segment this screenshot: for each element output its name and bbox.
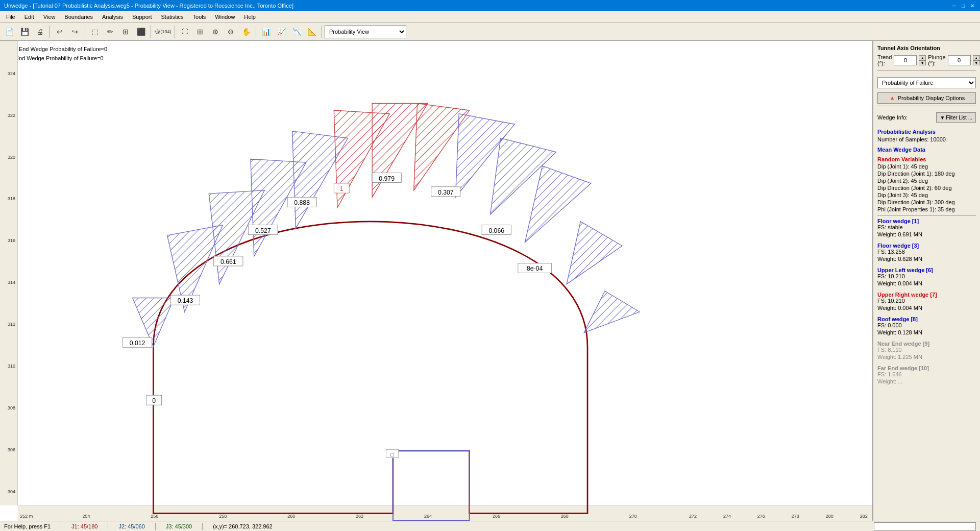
new-button[interactable]: 📄 bbox=[2, 25, 16, 39]
wedge-upper-left-6-name: Upper Left wedge [6] bbox=[877, 267, 976, 273]
divider-2 bbox=[877, 106, 976, 106]
menu-tools[interactable]: Tools bbox=[189, 13, 210, 21]
wedge-info-label: Wedge Info: bbox=[877, 114, 908, 120]
trend-input[interactable] bbox=[894, 55, 917, 65]
menu-window[interactable]: Window bbox=[211, 13, 239, 21]
grid-toggle-button[interactable]: ⊞ bbox=[193, 25, 207, 39]
wedge-far-end-10: Far End wedge [10] FS: 1.646 Weight: ... bbox=[877, 365, 976, 385]
label-0.066: 0.066 bbox=[488, 227, 504, 234]
label-0.661: 0.661 bbox=[220, 258, 236, 266]
trend-up[interactable]: ▲ bbox=[919, 55, 926, 60]
wedge-upper-left-6-weight: Weight: 0.004 MN bbox=[877, 280, 976, 286]
wedge-near-end-9-fs: FS: 8.110 bbox=[877, 347, 976, 353]
chart-button[interactable]: 📊 bbox=[259, 25, 273, 39]
menu-help[interactable]: Help bbox=[240, 13, 260, 21]
wedge-floor-1-name: Floor wedge [1] bbox=[877, 218, 976, 224]
view-dropdown[interactable]: Probability View bbox=[325, 25, 406, 38]
separator-1 bbox=[50, 26, 50, 38]
redo-button[interactable]: ↪ bbox=[68, 25, 82, 39]
samples-icon: 🎲 bbox=[154, 29, 160, 34]
label-1: 1 bbox=[340, 185, 344, 192]
restore-button[interactable]: □ bbox=[960, 2, 967, 9]
plunge-up[interactable]: ▲ bbox=[973, 55, 980, 60]
status-input[interactable] bbox=[874, 522, 976, 530]
label-0.143: 0.143 bbox=[178, 297, 193, 304]
wedge-roof-8-fs: FS: 0.000 bbox=[877, 322, 976, 328]
plunge-spinner: ▲ ▼ bbox=[973, 55, 980, 65]
menu-statistics[interactable]: Statistics bbox=[157, 13, 188, 21]
status-sep-3 bbox=[155, 523, 156, 530]
probability-dropdown[interactable]: Probability of Failure bbox=[877, 77, 976, 88]
menu-edit[interactable]: Edit bbox=[20, 13, 38, 21]
rv-3: Dip (Joint 2): 45 deg bbox=[877, 178, 976, 184]
separator-2 bbox=[85, 26, 85, 38]
label-8e-04: 8e-04 bbox=[527, 265, 543, 272]
rv-1: Dip (Joint 1): 45 deg bbox=[877, 163, 976, 170]
wedge-floor-3-name: Floor wedge [3] bbox=[877, 243, 976, 249]
y-tick-308: 308 bbox=[8, 405, 15, 411]
zoom-fit-button[interactable]: ⛶ bbox=[178, 25, 192, 39]
label-0.012: 0.012 bbox=[130, 340, 145, 347]
trend-label: Trend (°): bbox=[877, 54, 892, 66]
wedge-upper-right-7-name: Upper Right wedge [7] bbox=[877, 292, 976, 298]
wedge-upper-right-7: Upper Right wedge [7] FS: 10.210 Weight:… bbox=[877, 292, 976, 312]
status-bar: For Help, press F1 J1: 45/180 J2: 45/060… bbox=[0, 521, 980, 531]
status-sep-4 bbox=[202, 523, 203, 530]
filter-list-button[interactable]: ▼ Filter List ... bbox=[936, 112, 976, 123]
pan-button[interactable]: ✋ bbox=[239, 25, 253, 39]
rock-type-button[interactable]: ⬛ bbox=[134, 25, 148, 39]
separator-5 bbox=[256, 26, 256, 38]
j2-status: J2: 45/060 bbox=[118, 523, 144, 529]
wedge-info-header: Wedge Info: ▼ Filter List ... bbox=[877, 112, 976, 123]
undo-button[interactable]: ↩ bbox=[53, 25, 67, 39]
wedge-floor-1-fs: FS: stable bbox=[877, 224, 976, 230]
y-tick-312: 312 bbox=[8, 322, 15, 327]
plunge-label: Plunge (°): bbox=[928, 54, 945, 66]
wedge-upper-left-6-fs: FS: 10.210 bbox=[877, 273, 976, 279]
rv-6: Dip Direction (Joint 3): 300 deg bbox=[877, 199, 976, 205]
print-button[interactable]: 🖨 bbox=[33, 25, 47, 39]
draw-button[interactable]: ✏ bbox=[103, 25, 117, 39]
zoom-in-button[interactable]: ⊕ bbox=[208, 25, 223, 39]
wedge-upper-right-7-weight: Weight: 0.004 MN bbox=[877, 305, 976, 311]
minimize-button[interactable]: ─ bbox=[950, 2, 958, 9]
select-button[interactable]: ⬚ bbox=[88, 25, 102, 39]
canvas-area[interactable]: Near End Wedge Probability of Failure=0 … bbox=[0, 41, 873, 521]
menu-analysis[interactable]: Analysis bbox=[98, 13, 127, 21]
main-layout: Near End Wedge Probability of Failure=0 … bbox=[0, 41, 980, 521]
display-options-icon: 🔺 bbox=[889, 95, 896, 102]
wedge-floor-3-weight: Weight: 0.628 MN bbox=[877, 256, 976, 262]
close-button[interactable]: ✕ bbox=[969, 2, 976, 9]
label-bottom: □ bbox=[390, 451, 394, 457]
y-tick-316: 316 bbox=[8, 238, 15, 243]
zoom-window-button[interactable]: ⊞ bbox=[118, 25, 133, 39]
y-tick-318: 318 bbox=[8, 196, 15, 201]
plunge-input[interactable] bbox=[948, 55, 971, 65]
line-chart-button[interactable]: 📈 bbox=[274, 25, 288, 39]
y-tick-314: 314 bbox=[8, 280, 15, 285]
wedge-floor-3-fs: FS: 13.258 bbox=[877, 249, 976, 255]
stats-button[interactable]: 📉 bbox=[289, 25, 304, 39]
measure-button[interactable]: 📐 bbox=[305, 25, 319, 39]
probability-dropdown-container: Probability of Failure bbox=[877, 77, 976, 88]
save-button[interactable]: 💾 bbox=[17, 25, 32, 39]
app-title: Unwedge - [Tutorial 07 Probabilistic Ana… bbox=[4, 3, 293, 9]
label-0.527: 0.527 bbox=[255, 227, 271, 234]
zoom-out-button[interactable]: ⊖ bbox=[224, 25, 238, 39]
menu-file[interactable]: File bbox=[2, 13, 19, 21]
wedge-roof-8-name: Roof wedge [8] bbox=[877, 316, 976, 322]
filter-label: Filter List ... bbox=[946, 115, 972, 120]
probabilistic-title: Probabilistic Analysis bbox=[877, 129, 976, 135]
wedge-floor-1-weight: Weight: 0.691 MN bbox=[877, 231, 976, 237]
wedge-upper-right-7-fs: FS: 10.210 bbox=[877, 298, 976, 304]
menu-support[interactable]: Support bbox=[128, 13, 156, 21]
display-options-button[interactable]: 🔺 Probability Display Options bbox=[877, 92, 976, 104]
wedge-near-end-9-weight: Weight: 1.225 MN bbox=[877, 354, 976, 360]
samples-button[interactable]: 🎲 (134) bbox=[154, 25, 172, 39]
plunge-down[interactable]: ▼ bbox=[973, 60, 980, 65]
rv-7: Phi (Joint Properties 1): 35 deg bbox=[877, 206, 976, 212]
menu-view[interactable]: View bbox=[39, 13, 60, 21]
trend-down[interactable]: ▼ bbox=[919, 60, 926, 65]
rv-4: Dip Direction (Joint 2): 60 deg bbox=[877, 185, 976, 191]
menu-boundaries[interactable]: Boundaries bbox=[60, 13, 97, 21]
